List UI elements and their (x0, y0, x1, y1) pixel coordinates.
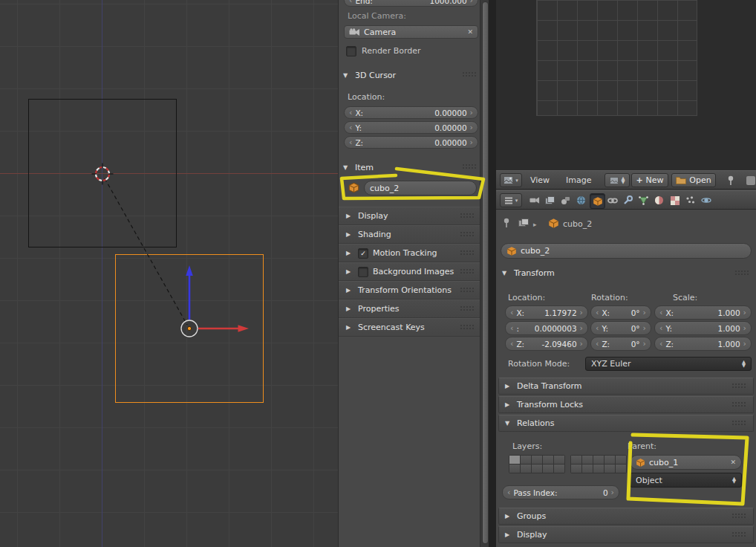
texture-tab-icon[interactable] (668, 193, 682, 207)
material-tab-icon[interactable] (652, 193, 666, 207)
render-border-checkbox[interactable] (346, 46, 356, 56)
open-image-button[interactable]: Open (671, 173, 716, 187)
layer-toggle[interactable] (509, 465, 520, 473)
new-image-button[interactable]: New (631, 173, 668, 187)
panel-grip-icon[interactable] (463, 164, 478, 170)
image-datablock-button[interactable] (605, 173, 630, 187)
datablock-icon[interactable] (518, 219, 529, 227)
layer-toggle[interactable] (616, 456, 626, 464)
scene-tab-icon[interactable] (558, 193, 573, 207)
render-tab-icon[interactable] (527, 193, 541, 207)
layer-toggle[interactable] (554, 456, 564, 464)
panel-header-display[interactable]: Display (498, 526, 754, 543)
layer-toggle[interactable] (582, 465, 593, 473)
location-y-field[interactable]: : 0.0000003 (505, 321, 588, 335)
end-frame-field[interactable]: End: 1000.000 (344, 0, 478, 7)
panel-header-transform-orientations[interactable]: Transform Orientations (339, 281, 480, 300)
object-name-input[interactable]: cubo_2 (364, 181, 477, 195)
scale-z-field[interactable]: Z: 1.000 (654, 337, 752, 351)
panel-header-motion-tracking[interactable]: Motion Tracking (339, 244, 480, 262)
motion-tracking-checkbox[interactable] (358, 248, 368, 259)
parent-type-dropdown[interactable]: Object (630, 473, 742, 488)
menu-image[interactable]: Image (566, 175, 591, 185)
editor-type-button-properties[interactable] (500, 193, 522, 207)
panel-header-shading[interactable]: Shading (339, 225, 480, 244)
layer-toggle[interactable] (543, 456, 553, 464)
pin-icon[interactable] (502, 218, 511, 228)
uv-image-editor[interactable] (496, 0, 756, 170)
pass-index-field[interactable]: Pass Index: 0 (502, 485, 619, 499)
layer-toggle[interactable] (605, 456, 615, 464)
panel-grip-icon[interactable] (460, 288, 475, 294)
panel-header-item[interactable]: Item (343, 161, 478, 174)
close-icon[interactable] (730, 459, 736, 466)
rotation-x-field[interactable]: X: 0° (590, 305, 651, 320)
panel-grip-icon[interactable] (732, 421, 747, 427)
panel-grip-icon[interactable] (463, 72, 478, 78)
layer-toggle[interactable] (616, 465, 626, 473)
editor-divider[interactable] (489, 0, 496, 547)
scale-x-field[interactable]: X: 1.000 (654, 305, 752, 320)
panel-header-transform-locks[interactable]: Transform Locks (498, 396, 754, 413)
pin-icon[interactable] (726, 175, 735, 186)
viewport-3d[interactable] (0, 0, 338, 547)
panel-grip-icon[interactable] (732, 383, 747, 389)
manipulator-center[interactable] (181, 320, 198, 337)
particles-tab-icon[interactable] (683, 193, 697, 207)
location-z-field[interactable]: Z: -2.09460 (505, 337, 588, 351)
panel-grip-icon[interactable] (735, 271, 750, 276)
constraints-tab-icon[interactable] (605, 193, 619, 207)
local-camera-field[interactable]: Camera (344, 25, 478, 39)
background-images-checkbox[interactable] (358, 267, 368, 277)
physics-tab-icon[interactable] (699, 193, 713, 207)
layer-toggle[interactable] (532, 465, 542, 473)
location-x-field[interactable]: X: 1.17972 (505, 305, 588, 320)
panel-grip-icon[interactable] (460, 269, 475, 275)
scrollbar-thumb[interactable] (482, 1, 489, 544)
layer-toggle[interactable] (521, 456, 531, 464)
clipped-header-icon[interactable] (746, 175, 756, 186)
panel-header-screencast-keys[interactable]: Screencast Keys (339, 318, 480, 337)
layer-toggle[interactable] (521, 465, 531, 473)
panel-grip-icon[interactable] (732, 532, 747, 538)
object-data-tab-icon[interactable] (636, 193, 651, 207)
panel-header-delta-transform[interactable]: Delta Transform (498, 378, 754, 395)
panel-grip-icon[interactable] (460, 325, 475, 331)
scrollbar-track[interactable] (480, 0, 489, 547)
layer-toggle[interactable] (532, 456, 542, 464)
manipulator-z-arrow[interactable] (186, 265, 193, 320)
object-tab-icon[interactable] (590, 193, 605, 209)
panel-header-3d-cursor[interactable]: 3D Cursor (343, 68, 478, 82)
world-tab-icon[interactable] (574, 193, 588, 207)
cursor-x-field[interactable]: X: 0.00000 (344, 106, 478, 119)
panel-grip-icon[interactable] (732, 402, 747, 408)
panel-grip-icon[interactable] (460, 232, 475, 238)
layer-toggle[interactable] (582, 456, 593, 464)
render-layers-tab-icon[interactable] (543, 193, 557, 207)
rotation-z-field[interactable]: Z: 0° (590, 337, 651, 351)
close-icon[interactable] (467, 28, 473, 36)
parent-field[interactable]: cubo_1 (630, 455, 742, 470)
rotation-mode-dropdown[interactable]: XYZ Euler (585, 357, 752, 371)
layer-toggle[interactable] (605, 465, 615, 473)
menu-view[interactable]: View (530, 175, 550, 185)
modifiers-tab-icon[interactable] (621, 193, 635, 207)
panel-header-display[interactable]: Display (339, 207, 480, 225)
manipulator-x-arrow[interactable] (198, 325, 249, 332)
rotation-y-field[interactable]: Y: 0° (590, 321, 651, 335)
layer-toggle[interactable] (571, 465, 581, 473)
panel-grip-icon[interactable] (460, 306, 475, 312)
layer-toggle[interactable] (543, 465, 553, 473)
layer-toggle[interactable] (593, 456, 604, 464)
panel-header-relations[interactable]: Relations (498, 415, 754, 432)
panel-grip-icon[interactable] (732, 514, 747, 520)
panel-header-transform[interactable]: Transform (502, 268, 750, 278)
panel-header-properties[interactable]: Properties (339, 300, 480, 318)
layer-toggle[interactable] (554, 465, 564, 473)
panel-header-background-images[interactable]: Background Images (339, 262, 480, 281)
scale-y-field[interactable]: Y: 1.000 (654, 321, 752, 335)
panel-grip-icon[interactable] (460, 213, 475, 219)
object-name-input[interactable]: cubo_2 (501, 243, 752, 259)
layer-toggle[interactable] (593, 465, 604, 473)
editor-type-button[interactable] (500, 173, 522, 187)
